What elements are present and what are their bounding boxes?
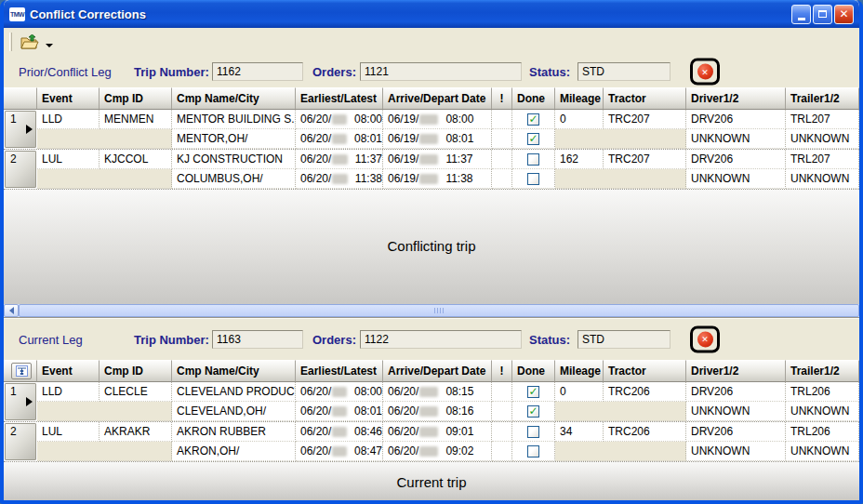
cell-driver[interactable]: DRV206	[686, 422, 786, 442]
done-checkbox[interactable]	[527, 386, 539, 398]
col-header-tractor[interactable]: Tractor	[604, 360, 686, 382]
open-folder-button[interactable]	[18, 31, 42, 53]
col-header-event[interactable]: Event	[37, 360, 100, 382]
cell-done[interactable]	[512, 110, 555, 129]
minimize-button[interactable]	[791, 5, 811, 24]
cell-done[interactable]	[512, 150, 555, 169]
cell-done[interactable]	[512, 442, 555, 461]
prior-trip-number-input[interactable]	[212, 62, 303, 81]
cell-trailer[interactable]: TRL207	[786, 110, 859, 129]
cell-driver[interactable]: UNKNOWN	[686, 129, 786, 149]
row-selector[interactable]: 1	[5, 111, 36, 148]
cell-arrive[interactable]: 06/19/11:38	[383, 169, 492, 189]
cell-earliest[interactable]: 06/20/11:37	[296, 150, 383, 169]
cell-alert[interactable]	[492, 402, 512, 421]
col-header-cmp-id[interactable]: Cmp ID	[100, 87, 172, 110]
cell-trailer[interactable]: UNKNOWN	[786, 129, 859, 149]
scroll-left-button[interactable]	[4, 304, 19, 317]
cell-arrive[interactable]: 06/19/11:37	[383, 150, 492, 169]
current-cancel-button[interactable]: ✕	[690, 325, 720, 352]
cell-alert[interactable]	[492, 169, 512, 189]
done-checkbox[interactable]	[527, 133, 539, 145]
maximize-button[interactable]	[813, 5, 832, 24]
row-selector[interactable]: 2	[5, 151, 36, 188]
cell-earliest[interactable]: 06/20/08:00	[296, 382, 383, 402]
cell-arrive[interactable]: 06/20/09:01	[383, 422, 492, 442]
cell-event[interactable]: LUL	[37, 150, 100, 169]
cell-city[interactable]: AKRON,OH/	[172, 442, 296, 461]
cell-trailer[interactable]: TRL207	[786, 150, 859, 169]
prior-orders-input[interactable]	[360, 62, 522, 81]
row-selector[interactable]: 2	[5, 423, 36, 460]
cell-driver[interactable]: DRV206	[686, 382, 786, 402]
horizontal-scrollbar[interactable]	[4, 304, 859, 317]
cell-done[interactable]	[512, 169, 555, 189]
cell-arrive[interactable]: 06/19/08:00	[383, 110, 492, 129]
done-checkbox[interactable]	[527, 445, 539, 458]
done-checkbox[interactable]	[527, 405, 539, 418]
cell-trailer[interactable]: UNKNOWN	[786, 169, 859, 189]
col-header-trailer[interactable]: Trailer1/2	[786, 87, 859, 110]
current-orders-input[interactable]	[360, 330, 522, 349]
cell-tractor[interactable]: TRC206	[604, 382, 686, 402]
toolbar-dropdown-icon[interactable]	[46, 44, 53, 47]
col-header-event[interactable]: Event	[37, 87, 100, 110]
cell-driver[interactable]: DRV206	[686, 150, 786, 169]
current-status-input[interactable]	[578, 330, 670, 349]
cell-driver[interactable]: UNKNOWN	[686, 402, 786, 421]
cell-done[interactable]	[512, 382, 555, 402]
col-header-arrive[interactable]: Arrive/Depart Date	[383, 87, 492, 110]
prior-status-input[interactable]	[578, 62, 670, 81]
cell-tractor[interactable]: TRC207	[604, 110, 686, 129]
cell-city[interactable]: MENTOR,OH/	[172, 129, 296, 149]
cell-cmp-id[interactable]: KJCCOL	[100, 150, 172, 169]
cell-earliest[interactable]: 06/20/11:38	[296, 169, 383, 189]
cell-earliest[interactable]: 06/20/08:00	[296, 110, 383, 129]
prior-grid-corner[interactable]	[4, 87, 37, 110]
cell-blank[interactable]	[37, 442, 172, 461]
cell-trailer[interactable]: TRL206	[786, 382, 859, 402]
cell-earliest[interactable]: 06/20/08:46	[296, 422, 383, 442]
cell-done[interactable]	[512, 129, 555, 149]
cell-blank[interactable]	[37, 169, 172, 189]
col-header-trailer[interactable]: Trailer1/2	[786, 360, 859, 382]
cell-earliest[interactable]: 06/20/08:47	[296, 442, 383, 461]
cell-done[interactable]	[512, 402, 555, 421]
done-checkbox[interactable]	[527, 153, 539, 166]
table-row[interactable]: 2 LUL AKRAKR AKRON RUBBER 06/20/08:46 06…	[4, 422, 859, 462]
cell-event[interactable]: LUL	[37, 422, 100, 442]
done-checkbox[interactable]	[527, 113, 539, 126]
cell-cmp-name[interactable]: KJ CONSTRUCTION	[172, 150, 296, 169]
table-row[interactable]: 1 LLD CLECLE CLEVELAND PRODUCTS 06/20/08…	[4, 382, 859, 422]
cell-cmp-name[interactable]: AKRON RUBBER	[172, 422, 296, 442]
close-button[interactable]: ✕	[834, 5, 854, 24]
col-header-driver[interactable]: Driver1/2	[686, 87, 786, 110]
cell-tractor[interactable]: TRC206	[604, 422, 686, 442]
cell-done[interactable]	[512, 422, 555, 442]
cell-blank[interactable]	[555, 442, 686, 461]
cell-blank[interactable]	[555, 169, 686, 189]
cell-blank[interactable]	[37, 129, 172, 149]
table-row[interactable]: 1 LLD MENMEN MENTOR BUILDING S... 06/20/…	[4, 110, 859, 150]
cell-cmp-id[interactable]: AKRAKR	[100, 422, 172, 442]
done-checkbox[interactable]	[527, 426, 539, 438]
done-checkbox[interactable]	[527, 173, 539, 185]
cell-alert[interactable]	[492, 110, 512, 129]
cell-earliest[interactable]: 06/20/08:01	[296, 402, 383, 421]
cell-arrive[interactable]: 06/20/08:16	[383, 402, 492, 421]
col-header-mileage[interactable]: Mileage	[555, 87, 604, 110]
cell-cmp-id[interactable]: CLECLE	[100, 382, 172, 402]
cell-event[interactable]: LLD	[37, 110, 100, 129]
cell-city[interactable]: CLEVELAND,OH/	[172, 402, 296, 421]
prior-cancel-button[interactable]: ✕	[690, 59, 720, 86]
cell-city[interactable]: COLUMBUS,OH/	[172, 169, 296, 189]
cell-arrive[interactable]: 06/19/08:01	[383, 129, 492, 149]
col-header-driver[interactable]: Driver1/2	[686, 360, 786, 382]
cell-alert[interactable]	[492, 422, 512, 442]
col-header-earliest[interactable]: Earliest/Latest	[296, 360, 383, 382]
cell-mileage[interactable]: 0	[555, 382, 604, 402]
current-grid-corner[interactable]	[4, 360, 37, 382]
cell-trailer[interactable]: UNKNOWN	[786, 402, 859, 421]
cell-blank[interactable]	[555, 129, 686, 149]
col-header-arrive[interactable]: Arrive/Depart Date	[383, 360, 492, 382]
